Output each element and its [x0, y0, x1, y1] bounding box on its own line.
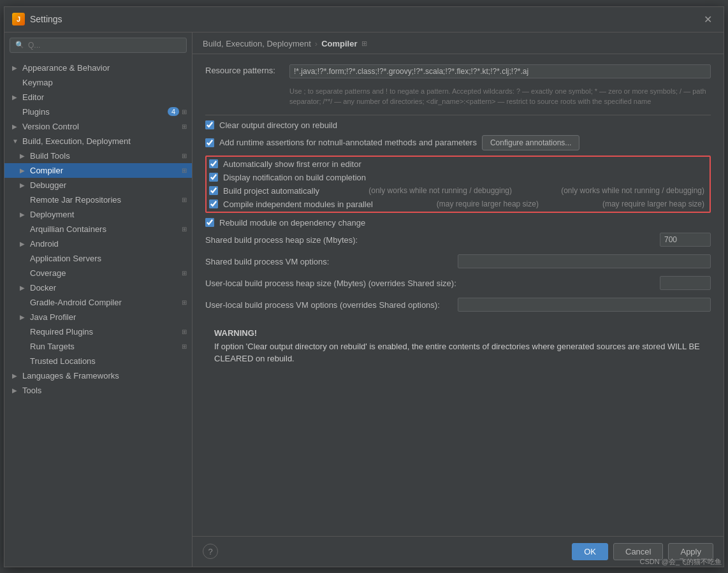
sidebar-item-required-plugins[interactable]: Required Plugins⊞	[4, 324, 192, 339]
left-panel: 🔍 ▶Appearance & BehaviorKeymap▶EditorPlu…	[4, 33, 193, 567]
sidebar-small-icon: ⊞	[182, 226, 187, 233]
sidebar-item-plugins[interactable]: Plugins4⊞	[4, 105, 192, 119]
sidebar-item-label: Build, Execution, Deployment	[22, 136, 187, 146]
sidebar-item-debugger[interactable]: ▶Debugger	[4, 178, 192, 192]
user-vm-input[interactable]	[458, 298, 711, 312]
expand-arrow: ▶	[20, 284, 27, 291]
sidebar-item-coverage[interactable]: Coverage⊞	[4, 266, 192, 280]
sidebar-item-languages-frameworks[interactable]: ▶Languages & Frameworks	[4, 368, 192, 383]
sidebar-item-label: Build Tools	[30, 151, 179, 161]
help-button[interactable]: ?	[203, 544, 218, 559]
sidebar-item-keymap[interactable]: Keymap	[4, 75, 192, 90]
ok-button[interactable]: OK	[572, 543, 608, 560]
sidebar-item-gradle-android[interactable]: Gradle-Android Compiler⊞	[4, 295, 192, 310]
sidebar-item-deployment[interactable]: ▶Deployment	[4, 207, 192, 222]
sidebar-item-run-targets[interactable]: Run Targets⊞	[4, 339, 192, 354]
breadcrumb-current: Compiler	[321, 39, 357, 48]
dialog-body: 🔍 ▶Appearance & BehaviorKeymap▶EditorPlu…	[4, 33, 724, 567]
search-icon: 🔍	[15, 41, 24, 49]
sidebar-small-icon: ⊞	[182, 270, 187, 277]
expand-arrow: ▶	[20, 314, 27, 321]
sidebar-small-icon: ⊞	[182, 299, 187, 306]
sidebar-item-java-profiler[interactable]: ▶Java Profiler	[4, 310, 192, 324]
clear-output-checkbox[interactable]	[205, 120, 214, 129]
user-heap-input[interactable]	[660, 276, 711, 290]
build-auto-note: (only works while not running / debuggin…	[368, 186, 512, 195]
settings-dialog: J Settings ✕ 🔍 ▶Appearance & BehaviorKey…	[4, 6, 724, 567]
heap-size-input[interactable]	[660, 233, 711, 247]
display-notification-checkbox[interactable]	[209, 173, 218, 182]
clear-output-label: Clear output directory on rebuild	[219, 120, 337, 130]
resource-patterns-input[interactable]	[289, 64, 711, 78]
heap-size-row: Shared build process heap size (Mbytes):	[205, 233, 711, 247]
clear-output-row: Clear output directory on rebuild	[205, 120, 711, 130]
add-runtime-checkbox[interactable]	[205, 138, 214, 147]
title-bar: J Settings ✕	[4, 7, 724, 33]
sidebar-item-android[interactable]: ▶Android	[4, 236, 192, 251]
rebuild-module-label: Rebuild module on dependency change	[219, 218, 365, 228]
sidebar-item-docker[interactable]: ▶Docker	[4, 280, 192, 295]
sidebar-small-icon: ⊞	[182, 152, 187, 159]
title-bar-left: J Settings	[12, 13, 62, 25]
sidebar-item-label: Compiler	[30, 166, 179, 175]
auto-show-error-label: Automatically show first error in editor	[223, 159, 361, 169]
expand-arrow: ▶	[20, 167, 27, 174]
heap-size-label: Shared build process heap size (Mbytes):	[205, 234, 652, 245]
sidebar-item-build-exec-deploy[interactable]: ▼Build, Execution, Deployment	[4, 134, 192, 149]
sidebar-item-version-control[interactable]: ▶Version Control⊞	[4, 119, 192, 134]
expand-arrow: ▼	[12, 138, 20, 145]
sidebar-item-label: Editor	[22, 92, 187, 102]
app-icon: J	[12, 13, 25, 25]
configure-annotations-button[interactable]: Configure annotations...	[482, 135, 579, 150]
search-input[interactable]	[28, 41, 181, 50]
warning-box: WARNING! If option 'Clear output directo…	[205, 322, 711, 372]
sidebar-item-editor[interactable]: ▶Editor	[4, 90, 192, 105]
sidebar-item-arquillian[interactable]: Arquillian Containers⊞	[4, 222, 192, 236]
expand-arrow: ▶	[20, 240, 27, 247]
sidebar-item-remote-jar[interactable]: Remote Jar Repositories⊞	[4, 192, 192, 207]
add-runtime-row: Add runtime assertions for notnull-annot…	[205, 135, 711, 150]
warning-text: If option 'Clear output directory on reb…	[214, 340, 702, 365]
sidebar-item-label: Plugins	[22, 107, 165, 117]
highlighted-row-auto-show-error: Automatically show first error in editor	[209, 159, 704, 169]
display-notification-label: Display notification on build completion	[223, 173, 366, 182]
sidebar-item-label: Tools	[22, 386, 187, 395]
breadcrumb: Build, Execution, Deployment › Compiler …	[193, 33, 724, 54]
settings-content: Resource patterns: Use ; to separate pat…	[193, 54, 724, 536]
resource-patterns-hint: Use ; to separate patterns and ! to nega…	[289, 86, 711, 107]
search-box[interactable]: 🔍	[10, 38, 187, 53]
user-heap-label: User-local build process heap size (Mbyt…	[205, 277, 652, 288]
sidebar-item-trusted-locations[interactable]: Trusted Locations	[4, 354, 192, 368]
resource-patterns-hint-row: Use ; to separate patterns and ! to nega…	[205, 86, 711, 107]
vm-options-input[interactable]	[458, 254, 711, 268]
user-heap-row: User-local build process heap size (Mbyt…	[205, 276, 711, 290]
sidebar-item-label: Keymap	[22, 78, 187, 87]
expand-arrow: ▶	[12, 64, 20, 71]
sidebar-item-appearance[interactable]: ▶Appearance & Behavior	[4, 61, 192, 75]
compile-parallel-note: (may require larger heap size)	[602, 199, 704, 208]
sidebar-item-label: Application Servers	[30, 254, 187, 263]
sidebar-badge: 4	[168, 107, 179, 116]
build-auto-label: Build project automatically	[223, 186, 319, 196]
sidebar-item-build-tools[interactable]: ▶Build Tools⊞	[4, 149, 192, 163]
sidebar-item-label: Languages & Frameworks	[22, 371, 187, 381]
sidebar-item-tools[interactable]: ▶Tools	[4, 383, 192, 398]
sidebar-item-label: Trusted Locations	[30, 356, 187, 366]
sidebar-item-compiler[interactable]: ▶Compiler⊞	[4, 163, 192, 178]
rebuild-module-checkbox[interactable]	[205, 218, 214, 227]
sidebar-small-icon: ⊞	[182, 343, 187, 350]
compile-parallel-label: Compile independent modules in parallel	[223, 199, 373, 209]
right-panel: Build, Execution, Deployment › Compiler …	[193, 33, 724, 567]
compile-parallel-note: (may require larger heap size)	[437, 199, 539, 208]
auto-show-error-checkbox[interactable]	[209, 159, 218, 168]
build-auto-checkbox[interactable]	[209, 186, 218, 195]
expand-arrow: ▶	[12, 387, 20, 394]
divider-1	[205, 115, 711, 115]
expand-arrow: ▶	[20, 152, 27, 159]
sidebar-item-app-servers[interactable]: Application Servers	[4, 251, 192, 266]
vm-options-label: Shared build process VM options:	[205, 256, 450, 266]
close-button[interactable]: ✕	[700, 12, 716, 27]
compile-parallel-checkbox[interactable]	[209, 199, 218, 208]
resource-patterns-row: Resource patterns:	[205, 64, 711, 78]
sidebar-item-label: Run Targets	[30, 342, 179, 351]
